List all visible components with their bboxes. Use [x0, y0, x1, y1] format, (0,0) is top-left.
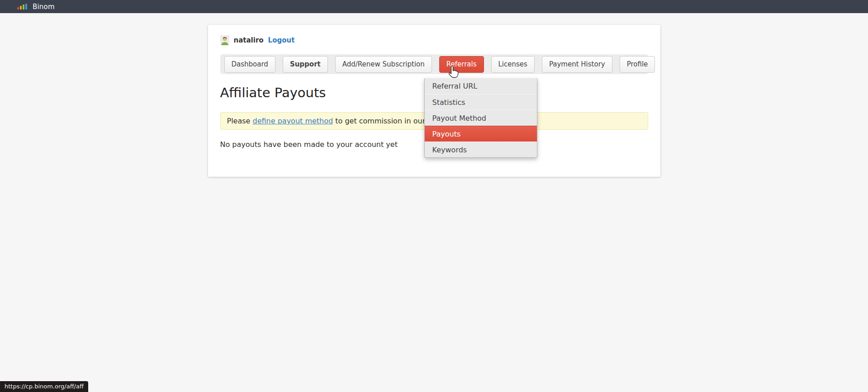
user-name: nataliro	[234, 36, 264, 44]
main-card: nataliro Logout Dashboard Support Add/Re…	[208, 25, 660, 177]
brand[interactable]: Binom	[17, 3, 55, 11]
notice-text-prefix: Please	[227, 117, 253, 125]
tab-add-renew-subscription[interactable]: Add/Renew Subscription	[335, 56, 432, 73]
nav-tabbar: Dashboard Support Add/Renew Subscription…	[220, 54, 648, 74]
user-row: nataliro Logout	[220, 35, 648, 45]
tab-payment-history[interactable]: Payment History	[542, 56, 612, 73]
tab-dashboard[interactable]: Dashboard	[224, 56, 275, 73]
brand-name: Binom	[33, 3, 55, 11]
top-bar: Binom	[0, 0, 868, 13]
tab-support[interactable]: Support	[283, 56, 328, 73]
tab-licenses[interactable]: Licenses	[491, 56, 535, 73]
tab-profile[interactable]: Profile	[620, 56, 655, 73]
bar-chart-logo-icon	[17, 4, 27, 9]
menu-item-payouts[interactable]: Payouts	[425, 126, 537, 142]
logout-link[interactable]: Logout	[268, 36, 295, 44]
menu-item-keywords[interactable]: Keywords	[425, 142, 537, 157]
referrals-dropdown-menu: Referral URL Statistics Payout Method Pa…	[424, 78, 537, 158]
avatar	[220, 35, 229, 45]
menu-item-referral-url[interactable]: Referral URL	[425, 78, 537, 94]
tab-referrals[interactable]: Referrals	[439, 56, 484, 73]
menu-item-payout-method[interactable]: Payout Method	[425, 110, 537, 126]
define-payout-method-link[interactable]: define payout method	[253, 117, 333, 125]
status-url-tooltip: https://cp.binom.org/aff/aff	[0, 381, 88, 392]
menu-item-statistics[interactable]: Statistics	[425, 94, 537, 110]
